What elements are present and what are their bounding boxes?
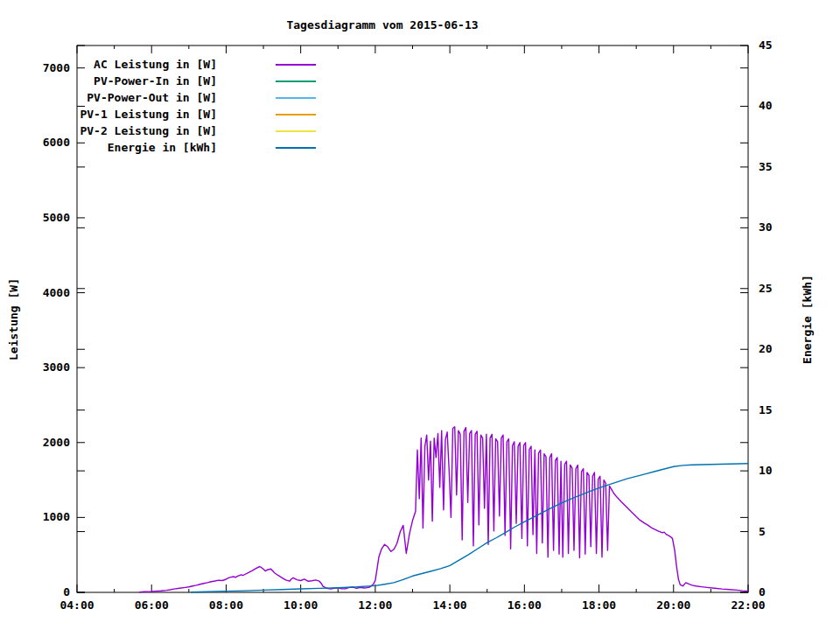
legend-label: PV-Power-In in [W] [94, 74, 217, 88]
legend-label: PV-Power-Out in [W] [87, 91, 217, 104]
x-tick-label: 12:00 [358, 598, 392, 612]
x-tick-label: 04:00 [60, 598, 94, 612]
y1-tick-label: 6000 [43, 136, 70, 149]
y2-tick-label: 15 [759, 403, 773, 416]
x-tick-label: 18:00 [582, 598, 616, 612]
y1-tick-label: 0 [63, 585, 70, 598]
x-tick-label: 06:00 [135, 598, 169, 612]
legend-label: AC Leistung in [W] [94, 58, 217, 71]
x-tick-label: 20:00 [656, 598, 690, 612]
y1-tick-label: 7000 [43, 61, 70, 74]
y1-tick-label: 5000 [43, 211, 70, 224]
legend-label: PV-1 Leistung in [W] [80, 108, 217, 121]
y1-tick-label: 1000 [43, 510, 70, 523]
y1-tick-label: 4000 [43, 286, 70, 299]
y2-tick-label: 0 [759, 585, 766, 598]
x-tick-label: 22:00 [731, 598, 765, 612]
legend-label: Energie in [kWh] [108, 141, 217, 154]
chart-canvas: Tagesdiagramm vom 2015-06-13 Leistung [W… [0, 0, 840, 630]
y2-tick-label: 40 [759, 99, 773, 112]
y2-tick-label: 30 [759, 220, 773, 234]
y2-tick-label: 45 [759, 38, 773, 52]
y2-tick-label: 20 [759, 342, 773, 355]
x-tick-label: 14:00 [433, 598, 467, 612]
x-tick-label: 10:00 [284, 598, 318, 612]
x-tick-label: 08:00 [209, 598, 243, 612]
y2-tick-label: 25 [759, 282, 773, 295]
plot-area: 04:0006:0008:0010:0012:0014:0016:0018:00… [0, 0, 840, 630]
y2-tick-label: 10 [759, 464, 773, 477]
y1-tick-label: 2000 [43, 436, 70, 449]
y2-tick-label: 35 [759, 160, 773, 173]
y2-tick-label: 5 [759, 525, 766, 538]
x-tick-label: 16:00 [508, 598, 542, 612]
legend-label: PV-2 Leistung in [W] [80, 124, 217, 137]
y1-tick-label: 3000 [43, 360, 70, 374]
